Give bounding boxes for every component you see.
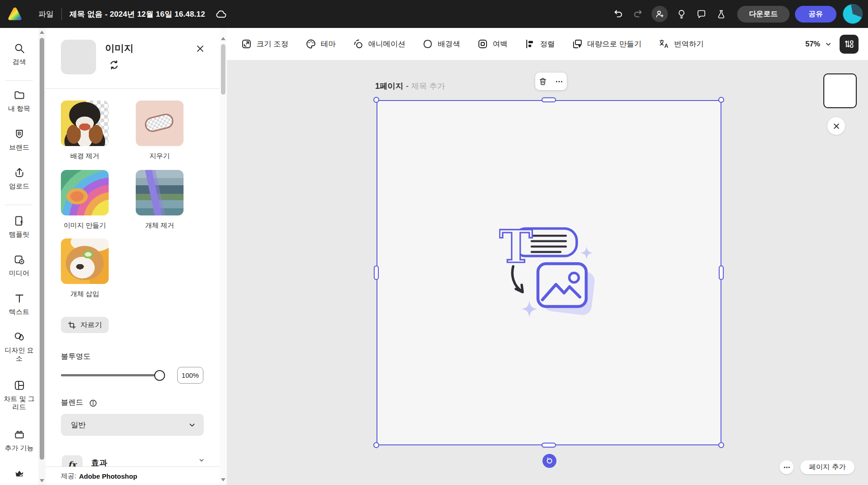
tool-remove-object[interactable]: 개체 제거 [136,170,184,230]
toolbar-align[interactable]: 정렬 [524,38,555,50]
selection-handle-top[interactable] [542,97,556,102]
panel-divider [46,88,220,89]
selection-handle-top-right[interactable] [718,97,724,103]
tool-generate-image[interactable]: 이미지 만들기 [61,170,109,230]
selected-image-thumbnail [61,40,96,74]
brand-badge-icon: B [14,128,25,140]
toolbar-margin[interactable]: 여백 [477,38,508,50]
scrollbar-thumb[interactable] [40,38,44,460]
share-button[interactable]: 공유 [795,6,836,23]
close-icon [195,44,205,54]
download-button[interactable]: 다운로드 [737,6,790,23]
redo-button[interactable] [632,8,644,20]
svg-text:B: B [18,131,21,136]
top-header: 파일 제목 없음 - 2024년 12월 16일 16.48.12 [0,0,868,28]
crop-button[interactable]: 자르기 [61,317,109,333]
svg-text:T: T [499,223,533,273]
close-panel-button[interactable] [193,41,208,56]
toolbar-translate[interactable]: A 번역하기 [658,38,704,50]
toolbar-theme[interactable]: 테마 [305,38,336,50]
layers-arrange-button[interactable] [840,35,859,54]
zoom-level-dropdown[interactable]: 57% [805,40,832,48]
selection-handle-left[interactable] [374,265,379,280]
sidebar-item-add-ons[interactable]: 추가 기능 [0,429,38,452]
ideas-lightbulb-icon[interactable] [675,8,687,20]
adobe-express-logo-icon[interactable] [6,5,24,23]
selection-handle-bottom-right[interactable] [718,442,724,448]
opacity-value[interactable]: 100% [177,367,203,384]
rotate-icon [545,457,554,465]
deselect-button[interactable] [827,117,845,135]
animation-icon [353,38,364,50]
selection-handle-bottom-left[interactable] [373,442,379,448]
insert-object-thumbnail [61,238,109,284]
tool-insert-object[interactable]: 개체 삽입 [61,238,109,298]
adobe-express-app: 파일 제목 없음 - 2024년 12월 16일 16.48.12 [0,0,868,485]
sidebar-item-my-items[interactable]: 내 항목 [0,89,38,113]
panel-scrollbar[interactable] [220,28,227,485]
opacity-slider-handle[interactable] [154,370,165,381]
user-avatar[interactable] [843,4,863,24]
file-menu[interactable]: 파일 [38,9,54,19]
undo-button[interactable] [612,8,624,20]
beta-flask-icon[interactable] [715,8,727,20]
cloud-sync-icon[interactable] [215,8,227,20]
image-panel: 이미지 배경 제거 지우기 이미지 만들기 개체 제거 [46,28,220,485]
toolbar-bulk-create[interactable]: 대량으로 만들기 [572,38,642,50]
align-icon [524,38,536,50]
tool-erase[interactable]: 지우기 [136,101,184,160]
canvas-area[interactable]: 1페이지-제목 추가 [227,60,868,485]
sidebar-item-premium[interactable] [0,468,38,480]
add-title-hint[interactable]: 제목 추가 [411,82,445,91]
crop-icon [68,321,76,329]
sidebar-item-design-elements[interactable]: 디자인 요소 [0,331,38,362]
toolbar-background-color[interactable]: 배경색 [422,38,460,50]
feedback-comment-icon[interactable] [695,8,707,20]
trash-icon [538,77,547,86]
generate-image-thumbnail [61,170,109,215]
selection-handle-top-left[interactable] [373,97,379,103]
scrollbar-thumb[interactable] [221,44,225,95]
scroll-up-arrow[interactable] [40,31,44,34]
sidebar-item-templates[interactable]: 템플릿 [0,215,38,238]
toolbar-animation[interactable]: 애니메이션 [353,38,406,50]
rotate-handle[interactable] [542,454,556,468]
page-number-label: 1페이지 [375,82,403,91]
toolbar-resize[interactable]: 크기 조정 [241,38,289,50]
invite-collaborators-button[interactable] [652,6,668,22]
design-elements-icon [14,331,25,343]
selection-handle-bottom[interactable] [542,443,556,448]
ellipsis-icon [783,464,790,471]
header-separator [61,8,62,20]
sidebar-item-charts-grids[interactable]: 차트 및 그리드 [0,380,38,411]
add-ons-brick-icon [14,429,25,440]
sidebar-item-text[interactable]: 텍스트 [0,293,38,316]
blend-info-icon[interactable] [89,399,97,407]
tool-remove-background[interactable]: 배경 제거 [61,101,109,160]
sidebar-item-search[interactable]: 검색 [0,42,38,66]
sidebar-item-media[interactable]: 미디어 [0,254,38,277]
page-preview-thumbnail[interactable] [823,73,857,108]
effects-chevron-icon[interactable] [198,457,205,464]
sidebar-item-upload[interactable]: 업로드 [0,167,38,190]
chevron-down-icon [824,40,832,48]
panel-footer: 제공:Adobe Photoshop [46,467,220,485]
delete-button[interactable] [537,76,549,87]
scroll-down-arrow[interactable] [221,478,225,481]
more-options-button[interactable] [553,76,565,87]
page-more-options-button[interactable] [780,460,794,474]
blend-mode-select[interactable]: 일반 [61,414,204,436]
opacity-slider[interactable] [61,374,165,376]
add-page-button[interactable]: 페이지 추가 [800,460,854,474]
scroll-up-arrow[interactable] [221,37,225,40]
sidebar-scrollbar[interactable] [38,28,46,485]
scroll-down-arrow[interactable] [40,479,44,482]
selection-handle-right[interactable] [719,265,724,280]
document-title[interactable]: 제목 없음 - 2024년 12월 16일 16.48.12 [69,9,205,19]
page-caption[interactable]: 1페이지-제목 추가 [375,81,445,92]
sidebar-item-brand[interactable]: B 브랜드 [0,128,38,151]
swap-icon [109,59,119,70]
replace-image-button[interactable] [108,59,120,71]
scrollbar-track[interactable] [220,28,227,485]
arrange-layers-icon [844,39,854,50]
